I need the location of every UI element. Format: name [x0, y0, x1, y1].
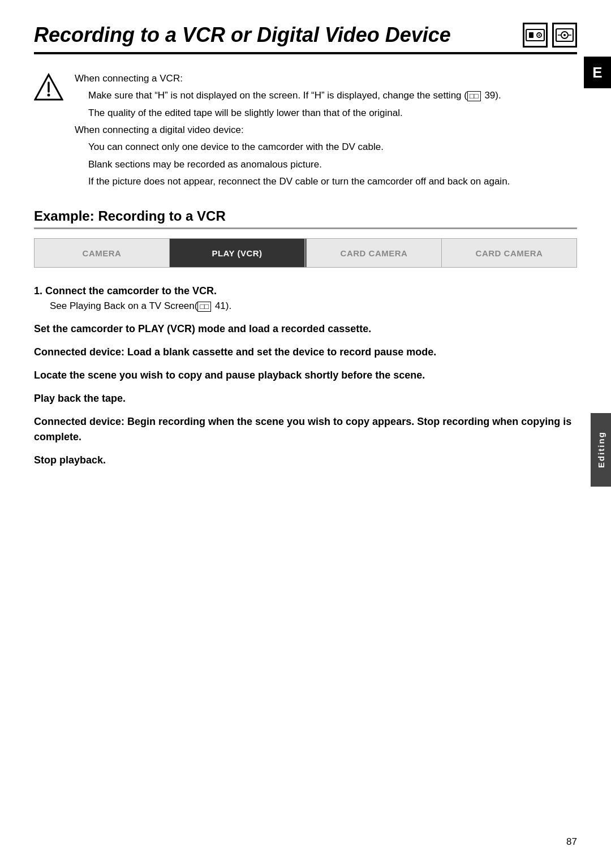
section-heading: Example: Recording to a VCR — [34, 208, 577, 229]
warning-dv2: Blank sections may be recorded as anomal… — [75, 157, 510, 172]
step-7: Stop playback. — [34, 453, 577, 468]
svg-point-6 — [563, 34, 566, 36]
editing-tab: Editing — [591, 413, 611, 487]
header-icons — [523, 23, 577, 48]
step-3-text: Connected device: Load a blank cassette … — [34, 346, 436, 358]
step-1-text: 1. Connect the camcorder to the VCR. — [34, 285, 217, 297]
step-1-sub: See Playing Back on a TV Screen(□□ 41). — [34, 299, 577, 313]
page-number: 87 — [566, 836, 577, 848]
warning-icon — [34, 72, 63, 102]
svg-point-3 — [539, 35, 540, 36]
warning-dv-header: When connecting a digital video device: — [75, 123, 510, 137]
svg-point-11 — [48, 94, 50, 97]
dv-icon — [552, 23, 577, 48]
step-4: Locate the scene you wish to copy and pa… — [34, 368, 577, 383]
step-4-text: Locate the scene you wish to copy and pa… — [34, 369, 425, 381]
step-1: 1. Connect the camcorder to the VCR. See… — [34, 283, 577, 313]
page-container: Recording to a VCR or Digital Video Devi… — [0, 0, 611, 868]
page-header: Recording to a VCR or Digital Video Devi… — [34, 23, 577, 54]
mode-card-camera-2[interactable]: CARD CAMERA — [442, 239, 576, 267]
step-2-text: Set the camcorder to PLAY (VCR) mode and… — [34, 323, 371, 334]
e-tab: E — [584, 57, 611, 88]
steps-list: 1. Connect the camcorder to the VCR. See… — [34, 283, 577, 468]
warning-dv1: You can connect only one device to the c… — [75, 140, 510, 154]
warning-dv3: If the picture does not appear, reconnec… — [75, 174, 510, 189]
page-title: Recording to a VCR or Digital Video Devi… — [34, 23, 451, 47]
mode-camera[interactable]: CAMERA — [35, 239, 170, 267]
step-5: Play back the tape. — [34, 391, 577, 406]
step-6: Connected device: Begin recording when t… — [34, 414, 577, 445]
vcr-icon — [523, 23, 548, 48]
mode-card-camera-1[interactable]: CARD CAMERA — [307, 239, 442, 267]
warning-text-block: When connecting a VCR: Make sure that “H… — [75, 71, 510, 191]
warning-section: When connecting a VCR: Make sure that “H… — [34, 71, 577, 191]
svg-rect-1 — [529, 32, 533, 38]
mode-bar: CAMERA PLAY (VCR) CARD CAMERA CARD CAMER… — [34, 238, 577, 268]
step-3: Connected device: Load a blank cassette … — [34, 345, 577, 360]
step-2: Set the camcorder to PLAY (VCR) mode and… — [34, 321, 577, 337]
warning-vcr-header: When connecting a VCR: — [75, 71, 510, 86]
warning-vcr-detail1: Make sure that “H” is not displayed on t… — [75, 88, 510, 103]
step-6-text: Connected device: Begin recording when t… — [34, 416, 571, 442]
mode-play-vcr[interactable]: PLAY (VCR) — [170, 239, 305, 267]
warning-vcr-detail2: The quality of the edited tape will be s… — [75, 106, 510, 121]
step-5-text: Play back the tape. — [34, 393, 126, 404]
step-7-text: Stop playback. — [34, 454, 106, 466]
